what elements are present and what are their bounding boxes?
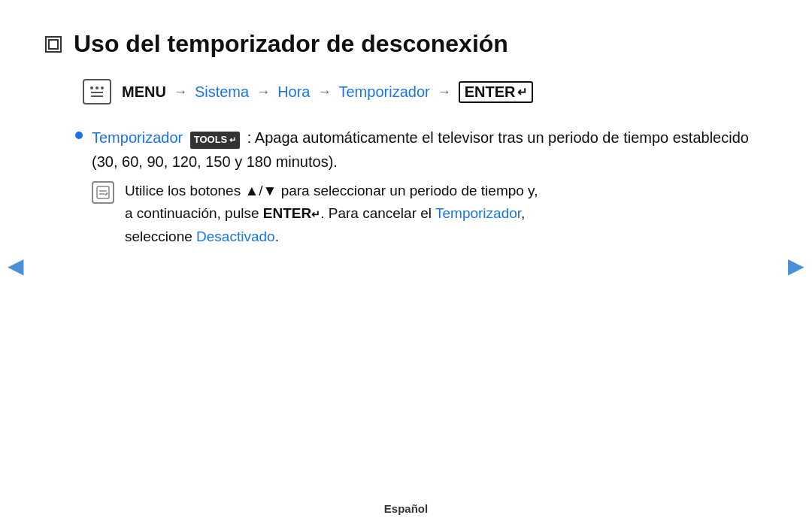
menu-label: MENU xyxy=(122,83,166,101)
nav-hora: Hora xyxy=(277,83,310,101)
page-title: Uso del temporizador de desconexión xyxy=(74,30,508,58)
note-text-1: Utilice los botones ▲/▼ para seleccionar… xyxy=(125,183,538,198)
note-text: Utilice los botones ▲/▼ para seleccionar… xyxy=(125,180,538,248)
title-row: Uso del temporizador de desconexión xyxy=(45,30,752,58)
nav-sistema: Sistema xyxy=(195,83,249,101)
svg-rect-0 xyxy=(49,40,58,49)
enter-button: ENTER ↵ xyxy=(459,81,534,103)
svg-rect-1 xyxy=(97,186,109,198)
note-text-6: . xyxy=(275,229,279,244)
bullet-link: Temporizador xyxy=(92,129,183,146)
bullet-dot xyxy=(75,132,83,139)
note-enter: ENTER↵ xyxy=(263,205,320,221)
enter-label: ENTER xyxy=(465,83,516,101)
bullet-row: Temporizador TOOLS ↵ : Apaga automáticam… xyxy=(75,126,752,174)
note-temporizador: Temporizador xyxy=(435,205,521,221)
page-container: Uso del temporizador de desconexión MENU… xyxy=(0,0,812,530)
tools-badge: TOOLS ↵ xyxy=(190,132,241,149)
note-row: Utilice los botones ▲/▼ para seleccionar… xyxy=(92,180,752,248)
checkbox-icon xyxy=(45,36,62,53)
menu-icon xyxy=(83,79,111,104)
note-icon xyxy=(92,181,114,204)
nav-left-arrow[interactable]: ◀ xyxy=(8,253,24,277)
bullet-text: Temporizador TOOLS ↵ : Apaga automáticam… xyxy=(92,126,752,174)
arrow-3: → xyxy=(318,84,332,100)
note-text-4: , xyxy=(521,205,525,221)
arrow-4: → xyxy=(438,84,451,100)
arrow-2: → xyxy=(256,84,270,100)
content-section: Temporizador TOOLS ↵ : Apaga automáticam… xyxy=(45,126,752,248)
enter-icon: ↵ xyxy=(517,85,527,99)
nav-breadcrumb: MENU → Sistema → Hora → Temporizador → E… xyxy=(45,79,752,104)
nav-temporizador: Temporizador xyxy=(339,83,430,101)
note-desactivado: Desactivado xyxy=(196,229,275,244)
tools-badge-icon: ↵ xyxy=(229,134,236,147)
tools-label: TOOLS xyxy=(194,132,228,148)
nav-right-arrow[interactable]: ▶ xyxy=(788,253,804,277)
note-text-5: seleccione xyxy=(125,229,196,244)
footer-language: Español xyxy=(384,502,428,515)
note-text-2: a continuación, pulse xyxy=(125,205,263,221)
arrow-1: → xyxy=(174,84,187,100)
note-text-3: . Para cancelar el xyxy=(320,205,435,221)
